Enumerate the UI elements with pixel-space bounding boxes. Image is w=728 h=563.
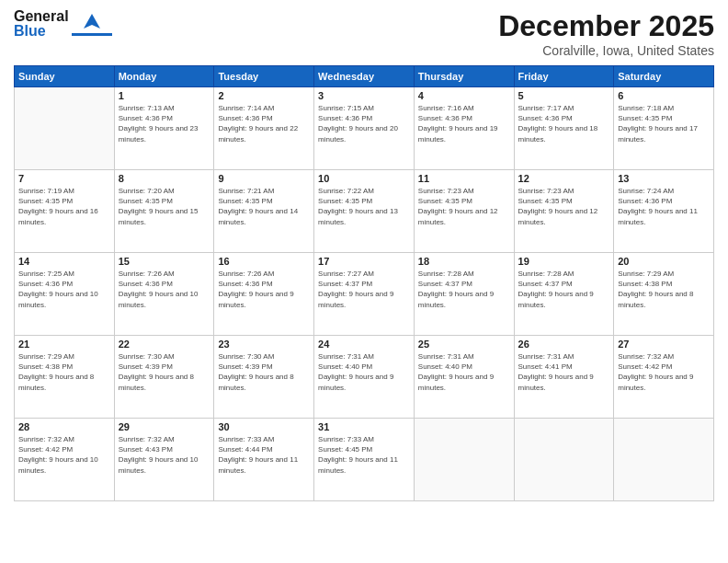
calendar-week-row: 28Sunrise: 7:32 AMSunset: 4:42 PMDayligh… [15,419,714,501]
day-number: 1 [119,90,210,101]
day-number: 5 [518,90,610,101]
day-number: 24 [318,339,410,350]
col-friday: Friday [514,66,614,87]
day-info: Sunrise: 7:31 AMSunset: 4:41 PMDaylight:… [518,351,610,393]
table-row: 4Sunrise: 7:16 AMSunset: 4:36 PMDaylight… [414,87,514,170]
col-monday: Monday [114,66,214,87]
table-row: 1Sunrise: 7:13 AMSunset: 4:36 PMDaylight… [114,87,214,170]
day-number: 15 [119,256,210,267]
svg-marker-0 [84,14,100,29]
day-info: Sunrise: 7:32 AMSunset: 4:42 PMDaylight:… [18,434,110,476]
page: General Blue December 2025 Coralville, I… [0,0,728,563]
col-tuesday: Tuesday [214,66,314,87]
day-info: Sunrise: 7:15 AMSunset: 4:36 PMDaylight:… [318,103,410,144]
table-row [15,87,115,170]
table-row: 7Sunrise: 7:19 AMSunset: 4:35 PMDaylight… [15,170,115,253]
day-info: Sunrise: 7:26 AMSunset: 4:36 PMDaylight:… [218,269,310,310]
table-row: 30Sunrise: 7:33 AMSunset: 4:44 PMDayligh… [214,419,314,501]
table-row [414,419,514,501]
day-number: 3 [318,90,410,101]
table-row: 5Sunrise: 7:17 AMSunset: 4:36 PMDaylight… [514,87,614,170]
logo: General Blue [14,9,112,39]
day-number: 11 [418,173,510,184]
calendar-week-row: 21Sunrise: 7:29 AMSunset: 4:38 PMDayligh… [15,336,714,419]
col-wednesday: Wednesday [314,66,415,87]
day-number: 31 [318,421,410,432]
table-row: 2Sunrise: 7:14 AMSunset: 4:36 PMDaylight… [214,87,314,170]
day-number: 21 [18,339,110,350]
table-row: 20Sunrise: 7:29 AMSunset: 4:38 PMDayligh… [614,253,714,336]
table-row: 8Sunrise: 7:20 AMSunset: 4:35 PMDaylight… [114,170,214,253]
day-number: 9 [218,173,310,184]
logo-general: General [14,9,69,24]
day-info: Sunrise: 7:30 AMSunset: 4:39 PMDaylight:… [119,351,210,393]
table-row: 13Sunrise: 7:24 AMSunset: 4:36 PMDayligh… [614,170,714,253]
table-row: 10Sunrise: 7:22 AMSunset: 4:35 PMDayligh… [314,170,415,253]
day-number: 28 [18,421,110,432]
calendar-week-row: 7Sunrise: 7:19 AMSunset: 4:35 PMDaylight… [15,170,714,253]
table-row: 24Sunrise: 7:31 AMSunset: 4:40 PMDayligh… [314,336,415,419]
table-row: 18Sunrise: 7:28 AMSunset: 4:37 PMDayligh… [414,253,514,336]
day-info: Sunrise: 7:17 AMSunset: 4:36 PMDaylight:… [518,103,610,144]
day-number: 30 [218,421,310,432]
day-number: 17 [318,256,410,267]
day-info: Sunrise: 7:26 AMSunset: 4:36 PMDaylight:… [119,269,210,310]
col-thursday: Thursday [414,66,514,87]
day-info: Sunrise: 7:29 AMSunset: 4:38 PMDaylight:… [18,351,110,393]
logo-text-block: General Blue [14,9,69,39]
table-row: 22Sunrise: 7:30 AMSunset: 4:39 PMDayligh… [114,336,214,419]
day-info: Sunrise: 7:18 AMSunset: 4:35 PMDaylight:… [618,103,710,144]
table-row: 14Sunrise: 7:25 AMSunset: 4:36 PMDayligh… [15,253,115,336]
day-number: 7 [18,173,110,184]
title-area: December 2025 Coralville, Iowa, United S… [498,9,714,58]
day-number: 18 [418,256,510,267]
day-number: 19 [518,256,610,267]
day-number: 23 [218,339,310,350]
calendar-week-row: 1Sunrise: 7:13 AMSunset: 4:36 PMDaylight… [15,87,714,170]
day-number: 4 [418,90,510,101]
day-number: 14 [18,256,110,267]
day-info: Sunrise: 7:22 AMSunset: 4:35 PMDaylight:… [318,186,410,227]
day-info: Sunrise: 7:32 AMSunset: 4:43 PMDaylight:… [119,434,210,476]
day-info: Sunrise: 7:24 AMSunset: 4:36 PMDaylight:… [618,186,710,227]
table-row: 31Sunrise: 7:33 AMSunset: 4:45 PMDayligh… [314,419,415,501]
table-row: 25Sunrise: 7:31 AMSunset: 4:40 PMDayligh… [414,336,514,419]
day-number: 8 [119,173,210,184]
day-number: 20 [618,256,710,267]
table-row: 27Sunrise: 7:32 AMSunset: 4:42 PMDayligh… [614,336,714,419]
day-info: Sunrise: 7:23 AMSunset: 4:35 PMDaylight:… [418,186,510,227]
table-row: 6Sunrise: 7:18 AMSunset: 4:35 PMDaylight… [614,87,714,170]
day-info: Sunrise: 7:28 AMSunset: 4:37 PMDaylight:… [418,269,510,310]
calendar-header-row: Sunday Monday Tuesday Wednesday Thursday… [15,66,714,87]
table-row: 9Sunrise: 7:21 AMSunset: 4:35 PMDaylight… [214,170,314,253]
day-info: Sunrise: 7:31 AMSunset: 4:40 PMDaylight:… [418,351,510,393]
page-subtitle: Coralville, Iowa, United States [498,43,714,58]
logo-underline [72,33,112,36]
table-row: 21Sunrise: 7:29 AMSunset: 4:38 PMDayligh… [15,336,115,419]
day-number: 22 [119,339,210,350]
day-info: Sunrise: 7:33 AMSunset: 4:45 PMDaylight:… [318,434,410,476]
table-row [614,419,714,501]
logo-blue: Blue [14,24,69,39]
day-info: Sunrise: 7:20 AMSunset: 4:35 PMDaylight:… [119,186,210,227]
page-title: December 2025 [498,9,714,43]
day-number: 6 [618,90,710,101]
day-number: 27 [618,339,710,350]
day-info: Sunrise: 7:32 AMSunset: 4:42 PMDaylight:… [618,351,710,393]
day-info: Sunrise: 7:31 AMSunset: 4:40 PMDaylight:… [318,351,410,393]
table-row: 19Sunrise: 7:28 AMSunset: 4:37 PMDayligh… [514,253,614,336]
day-number: 2 [218,90,310,101]
day-number: 16 [218,256,310,267]
day-info: Sunrise: 7:23 AMSunset: 4:35 PMDaylight:… [518,186,610,227]
logo-icon [72,12,112,36]
calendar-week-row: 14Sunrise: 7:25 AMSunset: 4:36 PMDayligh… [15,253,714,336]
day-info: Sunrise: 7:21 AMSunset: 4:35 PMDaylight:… [218,186,310,227]
calendar-table: Sunday Monday Tuesday Wednesday Thursday… [14,65,714,501]
table-row: 23Sunrise: 7:30 AMSunset: 4:39 PMDayligh… [214,336,314,419]
table-row: 17Sunrise: 7:27 AMSunset: 4:37 PMDayligh… [314,253,415,336]
day-number: 29 [119,421,210,432]
table-row: 26Sunrise: 7:31 AMSunset: 4:41 PMDayligh… [514,336,614,419]
table-row: 11Sunrise: 7:23 AMSunset: 4:35 PMDayligh… [414,170,514,253]
day-info: Sunrise: 7:19 AMSunset: 4:35 PMDaylight:… [18,186,110,227]
day-info: Sunrise: 7:13 AMSunset: 4:36 PMDaylight:… [119,103,210,144]
